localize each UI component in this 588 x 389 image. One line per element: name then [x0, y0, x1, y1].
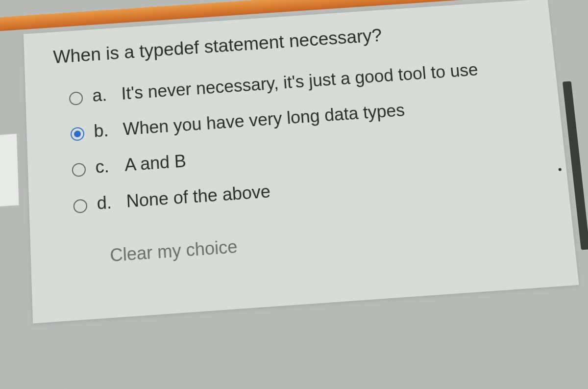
clear-choice-link[interactable]: Clear my choice	[110, 236, 238, 266]
option-letter: b.	[94, 120, 114, 141]
option-text: None of the above	[126, 181, 271, 213]
question-card: When is a typedef statement necessary? a…	[24, 0, 579, 323]
radio-d[interactable]	[73, 199, 87, 213]
option-letter: a.	[92, 85, 112, 106]
page-wrapper: of When is a typedef statement necessary…	[0, 0, 588, 389]
option-letter: c.	[95, 156, 116, 178]
question-info-card	[0, 133, 19, 207]
options-group: a. It's never necessary, it's just a goo…	[54, 56, 539, 218]
radio-c[interactable]	[72, 163, 86, 177]
option-text: A and B	[124, 150, 187, 177]
radio-b[interactable]	[71, 127, 85, 141]
option-text: When you have very long data types	[122, 99, 406, 141]
option-letter: d.	[97, 192, 117, 213]
radio-a[interactable]	[69, 92, 83, 106]
